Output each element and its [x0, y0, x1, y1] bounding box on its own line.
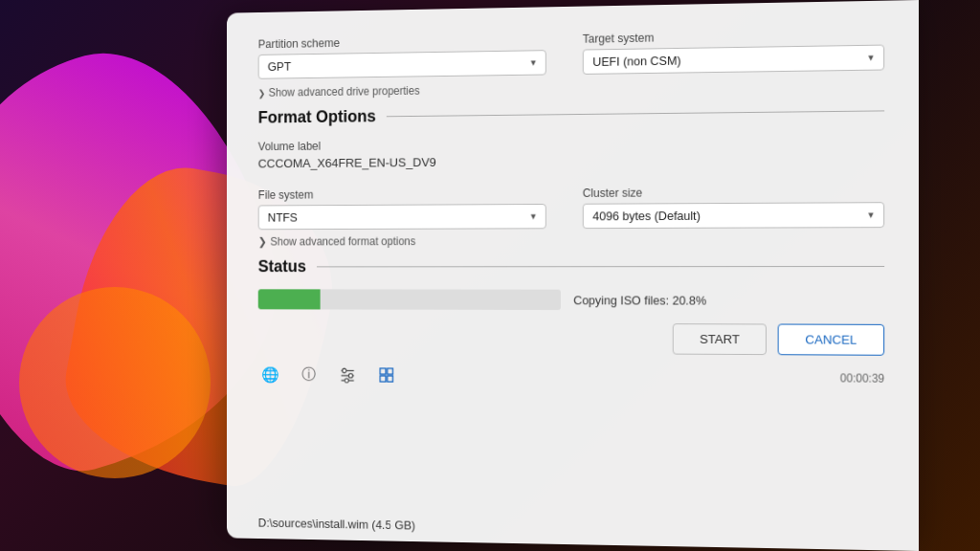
show-advanced-format-label: Show advanced format options [270, 235, 415, 249]
grid-icon [378, 366, 394, 383]
cluster-size-value: 4096 bytes (Default) [592, 209, 701, 223]
format-options-section-header: Format Options [258, 100, 884, 127]
svg-rect-8 [380, 376, 386, 382]
svg-point-5 [345, 379, 348, 383]
volume-label-group: Volume label CCCOMA_X64FRE_EN-US_DV9 [258, 134, 884, 179]
cluster-size-label: Cluster size [583, 185, 884, 200]
cluster-size-select[interactable]: 4096 bytes (Default) ▾ [583, 202, 884, 229]
partition-scheme-label: Partition scheme [258, 33, 546, 51]
file-system-label: File system [258, 187, 546, 201]
svg-rect-6 [380, 368, 386, 374]
target-system-group: Target system UEFI (non CSM) ▾ [583, 28, 884, 75]
cancel-button[interactable]: CANCEL [778, 324, 884, 356]
info-icon-btn[interactable]: ⓘ [297, 362, 322, 387]
partition-scheme-value: GPT [268, 59, 291, 74]
globe-icon: 🌐 [261, 365, 278, 383]
target-system-label: Target system [583, 28, 884, 46]
show-advanced-format[interactable]: ❯ Show advanced format options [258, 233, 884, 248]
show-advanced-drive[interactable]: ❯ Show advanced drive properties [258, 77, 884, 99]
status-title: Status [258, 257, 306, 276]
file-system-group: File system NTFS ▾ [258, 187, 546, 230]
cluster-size-chevron: ▾ [868, 209, 874, 221]
grid-icon-btn[interactable] [374, 362, 399, 387]
button-row: START CANCEL [258, 322, 884, 356]
sliders-icon-btn[interactable] [335, 362, 360, 387]
fs-cluster-row: File system NTFS ▾ Cluster size 4096 byt… [258, 185, 884, 230]
partition-scheme-select[interactable]: GPT ▾ [258, 50, 546, 79]
progress-bar-container [258, 289, 561, 310]
globe-icon-btn[interactable]: 🌐 [258, 362, 283, 387]
format-options-divider [387, 110, 884, 117]
status-divider [317, 266, 884, 268]
volume-label-label: Volume label [258, 134, 884, 153]
partition-target-row: Partition scheme GPT ▾ Target system UEF… [258, 28, 884, 79]
timer: 00:00:39 [840, 371, 884, 385]
file-system-chevron: ▾ [531, 210, 537, 223]
show-advanced-drive-chevron: ❯ [258, 88, 265, 99]
target-system-chevron: ▾ [868, 52, 874, 64]
show-advanced-format-chevron: ❯ [258, 235, 267, 248]
progress-bar-fill [258, 289, 321, 309]
status-section-header: Status [258, 256, 884, 276]
sliders-icon [340, 366, 356, 383]
file-system-select[interactable]: NTFS ▾ [258, 204, 546, 230]
cluster-size-group: Cluster size 4096 bytes (Default) ▾ [583, 185, 884, 229]
partition-scheme-group: Partition scheme GPT ▾ [258, 33, 546, 79]
volume-label-value: CCCOMA_X64FRE_EN-US_DV9 [258, 151, 884, 170]
progress-row: Copying ISO files: 20.8% [258, 289, 884, 311]
info-icon: ⓘ [301, 364, 316, 384]
partition-scheme-chevron: ▾ [531, 56, 537, 69]
svg-point-1 [343, 368, 346, 372]
format-options-title: Format Options [258, 107, 376, 128]
svg-point-3 [348, 373, 352, 377]
show-advanced-drive-label: Show advanced drive properties [269, 84, 420, 99]
rufus-dialog: Partition scheme GPT ▾ Target system UEF… [227, 0, 919, 551]
start-button[interactable]: START [673, 323, 767, 355]
target-system-value: UEFI (non CSM) [592, 54, 680, 69]
svg-rect-7 [388, 368, 393, 374]
file-system-value: NTFS [268, 210, 298, 224]
svg-rect-9 [388, 376, 393, 382]
bg-shape-orange [19, 287, 211, 478]
bottom-icons-row: 🌐 ⓘ [258, 362, 884, 392]
progress-label: Copying ISO files: 20.8% [573, 293, 706, 307]
target-system-select[interactable]: UEFI (non CSM) ▾ [583, 45, 884, 75]
status-section: Status Copying ISO files: 20.8% START CA… [258, 256, 884, 392]
source-path: D:\sources\install.wim (4.5 GB) [258, 516, 415, 532]
